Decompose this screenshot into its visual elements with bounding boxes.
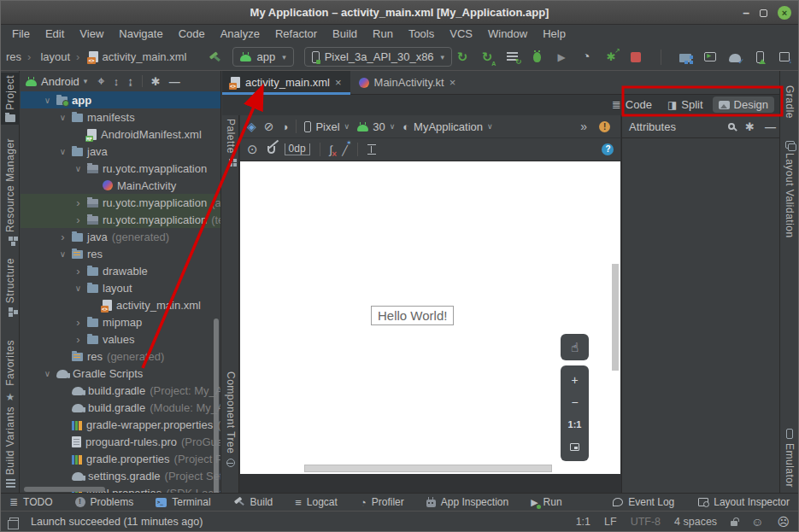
chevron-icon[interactable]: [58, 113, 68, 122]
breadcrumb-item[interactable]: res: [6, 50, 21, 63]
chevron-icon[interactable]: [73, 265, 83, 278]
device-in-editor-select[interactable]: Pixel: [304, 120, 350, 133]
canvas-vscrollbar[interactable]: [612, 264, 619, 371]
happy-face-icon[interactable]: ☺: [751, 515, 763, 529]
menu-item[interactable]: Help: [535, 25, 573, 44]
menu-item[interactable]: Run: [365, 25, 401, 44]
tree-item[interactable]: gradle.properties (Project Properties): [21, 450, 220, 467]
editor-tab[interactable]: MainActivity.kt: [350, 71, 465, 94]
run-configuration-select[interactable]: app: [232, 47, 293, 67]
tree-item[interactable]: build.gradle (Module: My_Application.app…: [21, 399, 220, 416]
expand-all-icon[interactable]: [114, 75, 120, 88]
menu-item[interactable]: VCS: [442, 25, 480, 44]
chevron-icon[interactable]: [73, 316, 83, 329]
tree-item[interactable]: res (generated): [21, 348, 220, 365]
menu-item[interactable]: Build: [325, 25, 365, 44]
chevron-icon[interactable]: [43, 369, 52, 378]
chevron-icon[interactable]: [58, 249, 68, 259]
pan-button[interactable]: [561, 334, 589, 360]
tree-item[interactable]: layout: [21, 279, 220, 296]
design-surface-icon[interactable]: [247, 120, 256, 133]
theme-select[interactable]: MyApplication: [402, 120, 492, 133]
tool-window-button[interactable]: Event Log: [613, 496, 674, 508]
tree-item[interactable]: ru.yotc.myapplication (androidTest): [21, 194, 220, 211]
chevron-icon[interactable]: [73, 196, 83, 209]
mode-option[interactable]: Code: [606, 96, 658, 113]
gear-icon[interactable]: [745, 120, 755, 133]
menu-item[interactable]: View: [72, 25, 111, 44]
menu-item[interactable]: Code: [171, 25, 213, 44]
clear-constraints-icon[interactable]: [330, 143, 333, 156]
help-icon[interactable]: [602, 143, 614, 155]
tree-item[interactable]: Gradle Scripts: [21, 365, 220, 382]
menu-item[interactable]: Navigate: [111, 25, 170, 44]
tool-window-button[interactable]: Terminal: [156, 496, 210, 508]
menu-item[interactable]: Analyze: [213, 25, 267, 44]
close-tab-icon[interactable]: [335, 76, 342, 89]
chevron-icon[interactable]: [58, 147, 68, 156]
tool-window-button[interactable]: App Inspection: [426, 496, 508, 508]
restore-icon[interactable]: [760, 9, 767, 17]
collapse-all-icon[interactable]: [127, 75, 133, 88]
orientation-icon[interactable]: [264, 120, 274, 133]
menu-item[interactable]: File: [4, 25, 38, 44]
mode-option[interactable]: Split: [661, 96, 709, 113]
tree-item[interactable]: proguard-rules.pro (ProGuard Rules for a…: [21, 433, 220, 450]
close-tab-icon[interactable]: [449, 76, 456, 89]
night-mode-icon[interactable]: [282, 120, 289, 133]
project-scrollbar[interactable]: [214, 319, 219, 493]
chevron-icon[interactable]: [73, 333, 83, 346]
breadcrumb-item[interactable]: layout: [21, 50, 70, 63]
zoom-ratio-button[interactable]: 1:1: [561, 413, 589, 436]
chevron-icon[interactable]: [73, 213, 83, 226]
close-icon[interactable]: ×: [778, 6, 791, 20]
project-view-select[interactable]: Android: [26, 75, 87, 88]
chevron-icon[interactable]: [73, 164, 83, 173]
line-separator[interactable]: LF: [604, 516, 617, 528]
tool-window-button[interactable]: Emulator: [780, 426, 799, 490]
palette-tab[interactable]: Palette: [222, 119, 239, 167]
mode-option[interactable]: Design: [713, 96, 774, 113]
tree-item[interactable]: drawable: [21, 262, 220, 279]
api-level-select[interactable]: 30: [357, 120, 395, 133]
menu-item[interactable]: Tools: [401, 25, 442, 44]
file-encoding[interactable]: UTF-8: [631, 516, 661, 528]
tool-window-button[interactable]: Favorites: [1, 337, 20, 406]
tree-item[interactable]: manifests: [21, 108, 220, 126]
tree-item[interactable]: settings.gradle (Project Settings): [21, 467, 220, 484]
tool-window-button[interactable]: Profiler: [360, 496, 404, 509]
tool-window-button[interactable]: Layout Inspector: [698, 496, 790, 508]
tree-item[interactable]: app: [21, 91, 220, 108]
tool-window-button[interactable]: Project: [1, 73, 20, 125]
select-opened-file-icon[interactable]: [97, 73, 104, 89]
chevron-icon[interactable]: [43, 96, 52, 105]
breadcrumb-item[interactable]: activity_main.xml: [70, 50, 186, 63]
hello-world-textview[interactable]: Hello World!: [371, 306, 454, 325]
component-tree-tab[interactable]: Component Tree: [222, 371, 239, 467]
device-select[interactable]: Pixel_3a_API_30_x86: [304, 47, 452, 67]
search-icon[interactable]: [728, 123, 735, 130]
tree-item[interactable]: ru.yotc.myapplication (test): [21, 211, 220, 228]
unlock-icon[interactable]: [731, 521, 737, 526]
build-hammer-icon[interactable]: [209, 51, 222, 63]
zoom-in-button[interactable]: +: [561, 369, 589, 391]
tree-item[interactable]: AndroidManifest.xml: [21, 126, 220, 143]
tool-window-button[interactable]: Build Variants: [1, 404, 20, 490]
chevron-icon[interactable]: [58, 231, 68, 243]
window-stack-icon[interactable]: [9, 517, 19, 525]
tool-window-button[interactable]: Layout Validation: [780, 138, 799, 241]
tree-item[interactable]: values: [21, 330, 220, 348]
tree-item[interactable]: mipmap: [21, 313, 220, 330]
hide-panel-icon[interactable]: [765, 120, 776, 133]
tool-window-button[interactable]: Resource Manager: [1, 136, 20, 243]
pack-icon[interactable]: [367, 144, 376, 155]
view-options-icon[interactable]: [247, 142, 258, 157]
zoom-fit-button[interactable]: [561, 436, 589, 458]
zoom-out-button[interactable]: −: [561, 391, 589, 413]
tree-item[interactable]: activity_main.xml: [21, 296, 220, 313]
tree-item[interactable]: ru.yotc.myapplication: [21, 160, 220, 177]
issues-badge-icon[interactable]: [599, 121, 610, 132]
menu-item[interactable]: Window: [480, 25, 535, 44]
caret-position[interactable]: 1:1: [576, 516, 590, 528]
hide-panel-icon[interactable]: [169, 75, 180, 88]
